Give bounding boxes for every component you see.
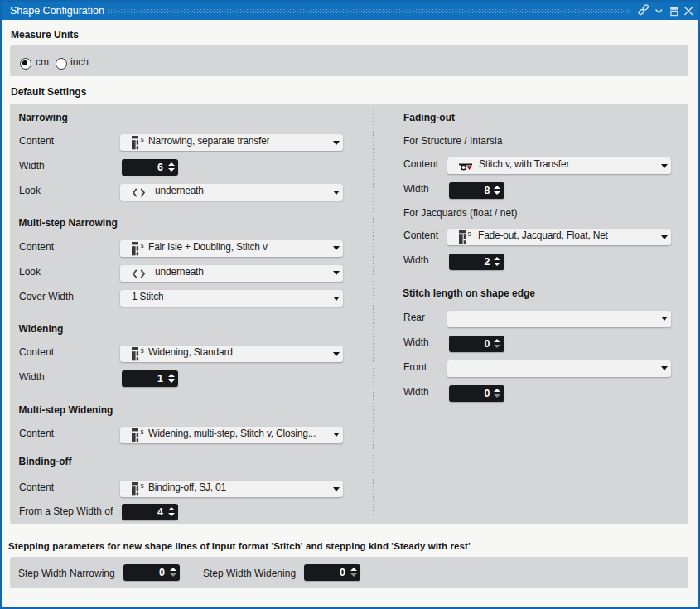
svg-text:s: s [140, 242, 143, 249]
svg-text:s: s [140, 136, 143, 143]
svg-text:s: s [140, 347, 143, 355]
svg-text:s: s [140, 428, 143, 436]
svg-text:s: s [467, 230, 471, 238]
svg-text:s: s [140, 482, 143, 490]
